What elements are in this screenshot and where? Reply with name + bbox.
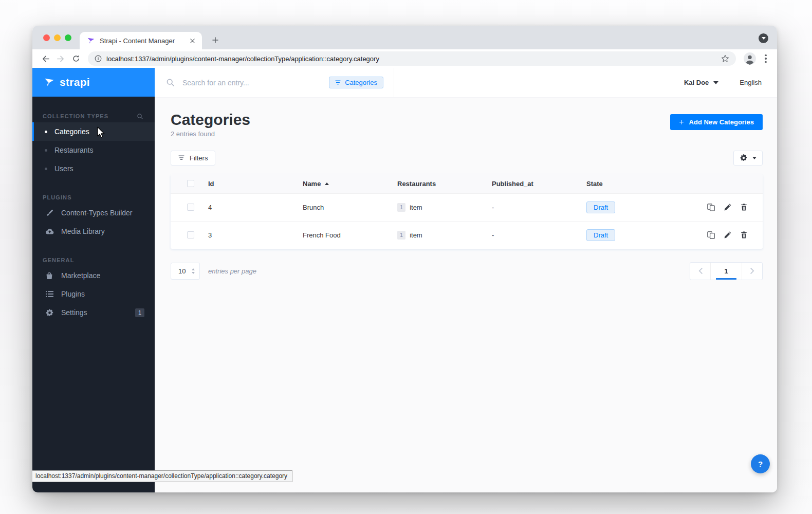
table-settings-button[interactable] (733, 151, 763, 166)
status-badge: Draft (586, 229, 615, 241)
content-area: Categories 2 entries found + Add New Cat… (155, 98, 777, 492)
filter-icon (335, 80, 341, 85)
cell-restaurants: 1item (383, 231, 478, 240)
section-label: COLLECTION TYPES (43, 113, 108, 119)
site-info-icon[interactable] (95, 55, 102, 62)
bookmark-star-icon[interactable] (721, 54, 729, 63)
cell-state: Draft (573, 201, 696, 213)
sidebar-item-restaurants[interactable]: Restaurants (32, 141, 155, 159)
url-text: localhost:1337/admin/plugins/content-man… (106, 55, 716, 63)
sidebar-section-general: GENERAL Marketplace Plugins (32, 254, 155, 322)
sidebar: strapi COLLECTION TYPES Categories (32, 68, 155, 492)
brush-icon (45, 209, 54, 217)
per-page-label: entries per page (208, 267, 256, 275)
tab-close-icon[interactable] (188, 36, 197, 45)
edit-icon[interactable] (724, 231, 731, 238)
user-zone: Kai Doe English (684, 68, 777, 97)
edit-icon[interactable] (724, 204, 731, 211)
entries-per-page-select[interactable]: 10 (171, 263, 200, 280)
search-icon (166, 78, 175, 87)
previous-page-button[interactable] (690, 263, 710, 280)
close-window-button[interactable] (43, 34, 50, 41)
sidebar-item-label: Plugins (61, 290, 85, 298)
column-header-restaurants[interactable]: Restaurants (383, 180, 478, 188)
duplicate-icon[interactable] (707, 204, 715, 211)
sidebar-item-marketplace[interactable]: Marketplace (32, 266, 155, 285)
add-button-label: Add New Categories (689, 118, 754, 126)
delete-icon[interactable] (741, 231, 747, 238)
count-badge: 1 (397, 203, 405, 212)
back-icon[interactable] (38, 51, 53, 66)
address-bar[interactable]: localhost:1337/admin/plugins/content-man… (88, 51, 736, 66)
bullet-icon (45, 131, 47, 133)
section-label: PLUGINS (43, 194, 72, 200)
search-input[interactable] (181, 78, 322, 87)
row-checkbox[interactable] (187, 231, 194, 238)
bullet-icon (45, 149, 47, 152)
sort-asc-icon (325, 182, 329, 185)
list-icon (45, 291, 54, 297)
strapi-favicon-icon (87, 36, 95, 45)
downloads-button[interactable] (759, 33, 768, 43)
minimize-window-button[interactable] (54, 34, 61, 41)
language-selector[interactable]: English (740, 79, 762, 86)
filters-button[interactable]: Filters (171, 151, 215, 166)
column-header-state[interactable]: State (573, 180, 696, 188)
search-zone: Categories (155, 68, 394, 97)
chevron-down-icon (752, 157, 756, 159)
main-area: Categories Kai Doe English (155, 68, 777, 492)
sidebar-item-label: Restaurants (54, 146, 93, 154)
sidebar-item-plugins[interactable]: Plugins (32, 285, 155, 303)
cell-published-at: - (478, 231, 573, 239)
next-page-button[interactable] (742, 263, 762, 280)
help-button[interactable]: ? (751, 454, 770, 473)
column-header-published-at[interactable]: Published_at (478, 180, 573, 188)
chevron-down-icon (762, 37, 766, 40)
maximize-window-button[interactable] (65, 34, 71, 41)
tab-title: Strapi - Content Manager (100, 37, 183, 45)
per-page-value: 10 (178, 267, 186, 275)
table-row[interactable]: 4 Brunch 1item - Draft (171, 193, 763, 221)
cell-restaurants: 1item (383, 203, 478, 212)
browser-tab[interactable]: Strapi - Content Manager (80, 32, 202, 49)
sidebar-item-content-types-builder[interactable]: Content-Types Builder (32, 204, 155, 222)
filters-label: Filters (190, 154, 208, 162)
reload-icon[interactable] (68, 51, 84, 66)
row-checkbox[interactable] (187, 204, 194, 211)
new-tab-button[interactable] (209, 34, 222, 46)
sidebar-section-plugins: PLUGINS Content-Types Builder Media Libr… (32, 191, 155, 241)
pagination-control: 1 (690, 262, 763, 280)
column-header-id[interactable]: Id (194, 180, 289, 188)
table-header-row: Id Name Restaurants Published_at State (171, 174, 763, 193)
select-all-checkbox[interactable] (187, 180, 194, 187)
add-new-categories-button[interactable]: + Add New Categories (670, 114, 763, 130)
collection-filter-chip[interactable]: Categories (329, 77, 383, 88)
duplicate-icon[interactable] (707, 231, 715, 239)
strapi-logo-text: strapi (60, 76, 90, 88)
entries-table: Id Name Restaurants Published_at State (171, 174, 763, 249)
status-bar-url: localhost:1337/admin/plugins/content-man… (32, 470, 292, 482)
table-row[interactable]: 3 French Food 1item - Draft (171, 221, 763, 249)
plus-icon: + (679, 118, 684, 127)
filter-icon (178, 155, 184, 160)
cell-published-at: - (478, 204, 573, 211)
sidebar-item-categories[interactable]: Categories (32, 122, 155, 141)
pagination-row: 10 entries per page 1 (171, 262, 763, 280)
sidebar-item-label: Marketplace (61, 271, 100, 280)
user-menu[interactable]: Kai Doe (684, 79, 718, 86)
sidebar-item-settings[interactable]: Settings 1 (32, 303, 155, 322)
sidebar-item-users[interactable]: Users (32, 159, 155, 178)
cell-id: 3 (194, 231, 289, 239)
sidebar-item-media-library[interactable]: Media Library (32, 222, 155, 241)
browser-menu-icon[interactable] (760, 52, 772, 65)
bag-icon (45, 272, 54, 280)
sidebar-item-label: Settings (61, 308, 87, 317)
gear-icon (740, 154, 747, 161)
browser-profile-avatar[interactable] (743, 52, 756, 65)
strapi-logo-icon (44, 77, 55, 88)
search-icon[interactable] (137, 113, 143, 120)
column-header-name[interactable]: Name (289, 180, 383, 188)
page-number[interactable]: 1 (710, 263, 742, 280)
strapi-logo[interactable]: strapi (32, 68, 155, 97)
delete-icon[interactable] (741, 204, 747, 211)
